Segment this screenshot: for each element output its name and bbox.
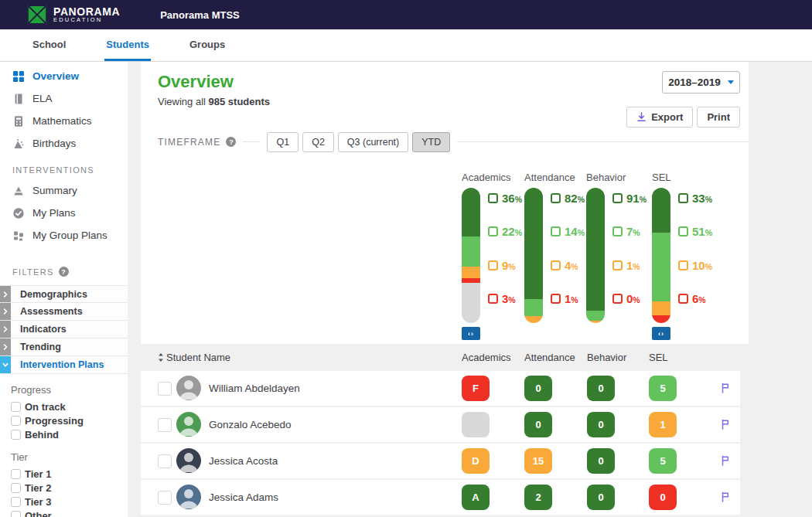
row-checkbox[interactable] [158,382,172,396]
behavior-badge[interactable]: 0 [587,485,615,510]
legend-checkbox[interactable] [678,193,688,203]
stacked-bar[interactable] [586,188,605,323]
student-name[interactable]: Gonzalo Acebedo [209,407,292,442]
legend-item: 4% [551,259,578,272]
app-title: Panorama MTSS [160,9,240,21]
avatar [176,448,201,473]
flag-icon[interactable] [719,491,732,503]
sel-badge[interactable]: 1 [649,412,677,437]
stacked-bar[interactable] [462,188,480,323]
legend-checkbox[interactable] [612,193,623,203]
student-name[interactable]: Jessica Adams [209,480,278,515]
print-button[interactable]: Print [697,107,740,128]
sidebar-item-my-plans[interactable]: My Plans [0,202,128,224]
stacked-bar[interactable] [652,188,670,323]
table-header: Student Name Academics Attendance Behavi… [141,349,740,369]
filter-group-indicators[interactable]: Indicators [0,321,128,338]
sel-badge[interactable]: 0 [649,485,677,510]
checkbox[interactable] [11,430,21,440]
checkbox[interactable] [11,511,21,517]
attendance-header[interactable]: Attendance [524,352,575,363]
primary-tab-students[interactable]: Students [104,29,151,61]
academics-badge[interactable] [462,412,490,437]
sidebar-item-mathematics[interactable]: Mathematics [0,110,128,132]
checkbox-row-tier-2[interactable]: Tier 2 [0,481,128,495]
academics-header[interactable]: Academics [462,352,511,363]
attendance-badge[interactable]: 0 [524,376,552,401]
legend-checkbox[interactable] [488,193,498,203]
primary-tab-school[interactable]: School [31,29,67,61]
checkbox[interactable] [11,402,21,412]
filters-help-icon[interactable]: ? [59,267,69,277]
sidebar-item-birthdays[interactable]: Birthdays [0,132,128,155]
checkbox-row-tier-1[interactable]: Tier 1 [0,467,128,481]
legend-checkbox[interactable] [488,294,498,304]
flag-icon[interactable] [719,454,732,467]
legend-checkbox[interactable] [678,294,688,304]
school-year-select[interactable]: 2018–2019 [662,71,740,94]
attendance-badge[interactable]: 0 [524,412,552,437]
behavior-header[interactable]: Behavior [587,352,626,363]
legend-percent: 82% [565,192,585,205]
sidebar-item-overview[interactable]: Overview [0,65,128,87]
legend-checkbox[interactable] [488,260,498,270]
sidebar-item-summary[interactable]: Summary [0,179,128,202]
code-expand-badge[interactable]: ‹› [462,327,480,340]
row-checkbox[interactable] [158,418,172,432]
legend-checkbox[interactable] [488,226,498,236]
student-name[interactable]: William Abdeldayen [209,371,300,406]
row-checkbox[interactable] [158,491,172,505]
checkbox[interactable] [11,497,21,507]
sel-header[interactable]: SEL [649,352,668,363]
sel-badge[interactable]: 5 [649,376,677,401]
academics-badge[interactable]: D [462,448,490,474]
primary-tab-groups[interactable]: Groups [188,29,227,61]
attendance-badge[interactable]: 2 [524,485,552,510]
sel-badge[interactable]: 5 [649,448,677,474]
filter-group-assessments[interactable]: Assessments [0,303,128,321]
checkbox[interactable] [11,483,21,493]
behavior-badge[interactable]: 0 [587,412,615,437]
stacked-bar[interactable] [524,188,543,323]
behavior-badge[interactable]: 0 [587,376,615,401]
legend-checkbox[interactable] [551,193,561,203]
timeframe-button-q2[interactable]: Q2 [302,132,334,152]
behavior-badge[interactable]: 0 [587,448,615,474]
sidebar-item-my-group-plans[interactable]: My Group Plans [0,224,128,247]
timeframe-button-ytd[interactable]: YTD [412,132,450,152]
code-expand-badge[interactable]: ‹› [652,327,670,340]
student-name[interactable]: Jessica Acosta [209,444,278,478]
legend-checkbox[interactable] [551,260,561,270]
academics-badge[interactable]: F [462,376,490,401]
checkbox[interactable] [11,416,21,426]
academics-badge[interactable]: A [462,485,490,510]
export-button[interactable]: Export [626,107,693,128]
checkbox-row-on-track[interactable]: On track [0,400,128,413]
attendance-badge[interactable]: 15 [524,448,552,474]
legend-checkbox[interactable] [678,260,688,270]
checkbox-row-tier-3[interactable]: Tier 3 [0,495,128,508]
legend-checkbox[interactable] [551,226,561,236]
filter-group-trending[interactable]: Trending [0,338,128,356]
legend-checkbox[interactable] [678,226,688,236]
legend-checkbox[interactable] [612,294,623,304]
timeframe-button-q1[interactable]: Q1 [267,132,299,152]
legend-checkbox[interactable] [612,260,623,270]
panorama-logo[interactable]: PANORAMA EDUCATION [27,5,120,25]
checkbox-row-other[interactable]: Other [0,508,128,517]
legend-checkbox[interactable] [551,294,561,304]
sidebar-item-ela[interactable]: ELA [0,87,128,110]
chart-column-sel: SEL 33% 51% 10% 6% ‹› [652,172,671,323]
timeframe-help-icon[interactable]: ? [226,137,236,147]
checkbox[interactable] [11,469,21,479]
row-checkbox[interactable] [158,454,172,468]
flag-icon[interactable] [719,382,732,394]
timeframe-button-q3-current-[interactable]: Q3 (current) [338,132,408,152]
filter-group-intervention-plans[interactable]: Intervention Plans [0,356,128,374]
checkbox-row-behind[interactable]: Behind [0,427,128,441]
filter-group-demographics[interactable]: Demographics [0,285,128,303]
legend-checkbox[interactable] [612,226,623,236]
student-name-header[interactable]: Student Name [158,352,230,364]
checkbox-row-progressing[interactable]: Progressing [0,413,128,427]
flag-icon[interactable] [719,418,732,430]
